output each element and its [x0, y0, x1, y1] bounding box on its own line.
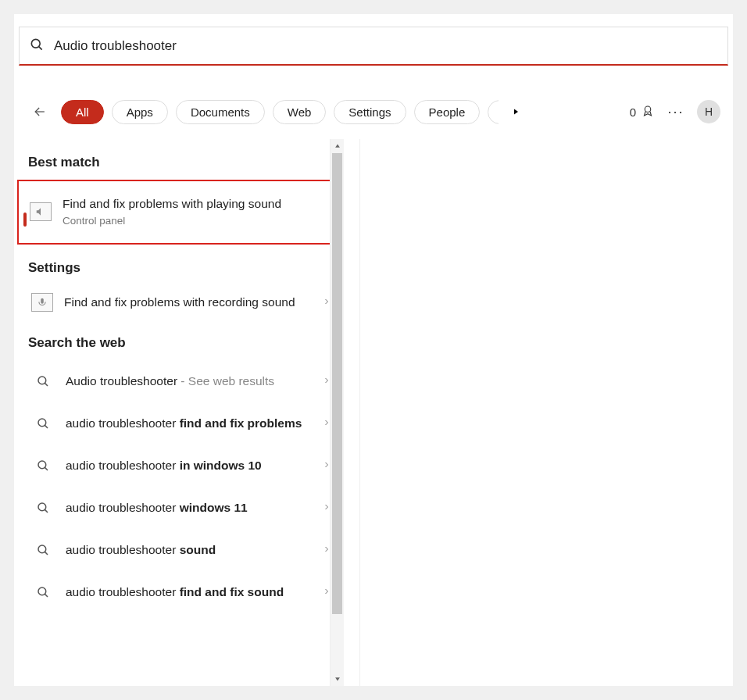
svg-line-7 — [45, 425, 48, 428]
search-icon — [31, 538, 55, 562]
web-result-text: audio troubleshooter sound — [66, 541, 311, 559]
filter-scroll-right[interactable] — [506, 107, 525, 116]
more-options-button[interactable]: ··· — [663, 98, 689, 125]
web-result[interactable]: audio troubleshooter find and fix sound — [28, 571, 342, 613]
section-web: Search the web — [28, 335, 342, 351]
web-result[interactable]: audio troubleshooter windows 11 — [28, 487, 342, 529]
selection-indicator — [23, 212, 27, 227]
search-icon — [31, 454, 55, 477]
filter-pill-all[interactable]: All — [61, 100, 104, 124]
section-best-match: Best match — [28, 155, 342, 170]
filter-pill-documents[interactable]: Documents — [176, 100, 265, 124]
web-result[interactable]: audio troubleshooter find and fix proble… — [28, 402, 342, 445]
rewards-points[interactable]: 0 — [630, 104, 655, 120]
filter-pill-apps[interactable]: Apps — [112, 100, 168, 124]
svg-point-8 — [38, 461, 46, 469]
svg-point-2 — [645, 106, 651, 112]
filter-row: AllAppsDocumentsWebSettingsPeopleFolde 0… — [19, 89, 728, 134]
svg-rect-3 — [41, 298, 44, 303]
search-icon — [31, 412, 55, 435]
svg-point-4 — [38, 377, 46, 384]
web-result[interactable]: audio troubleshooter sound — [28, 529, 342, 571]
svg-line-11 — [45, 509, 48, 512]
web-result-text: audio troubleshooter find and fix proble… — [66, 415, 311, 432]
svg-point-12 — [38, 545, 46, 553]
section-settings: Settings — [28, 260, 342, 276]
svg-line-9 — [45, 467, 48, 470]
web-result-text: audio troubleshooter find and fix sound — [66, 584, 311, 601]
svg-line-5 — [45, 383, 48, 386]
filter-pill-web[interactable]: Web — [273, 100, 327, 124]
search-icon — [31, 580, 55, 604]
svg-line-1 — [39, 46, 42, 49]
best-match-title: Find and fix problems with playing sound — [63, 197, 281, 210]
svg-point-0 — [31, 39, 40, 48]
filter-pill-settings[interactable]: Settings — [334, 100, 406, 124]
search-bar[interactable] — [19, 27, 728, 66]
search-icon — [31, 496, 55, 520]
preview-panel — [359, 139, 733, 686]
svg-point-6 — [38, 419, 46, 427]
web-result-text: audio troubleshooter windows 11 — [66, 499, 311, 516]
svg-point-10 — [38, 503, 46, 511]
svg-line-15 — [45, 594, 48, 597]
svg-line-13 — [45, 552, 48, 555]
web-result[interactable]: Audio troubleshooter - See web results — [28, 360, 342, 402]
search-icon — [29, 37, 45, 55]
filter-pill-people[interactable]: People — [414, 100, 481, 124]
web-result-text: audio troubleshooter in windows 10 — [66, 457, 311, 474]
results-panel: Best match Find and fix problems with pl… — [14, 139, 342, 686]
avatar[interactable]: H — [697, 100, 720, 123]
back-button[interactable] — [27, 98, 53, 125]
search-input[interactable] — [54, 38, 718, 54]
search-icon — [31, 370, 55, 393]
scroll-up-icon[interactable] — [331, 139, 344, 153]
web-result[interactable]: audio troubleshooter in windows 10 — [28, 445, 342, 487]
svg-point-14 — [38, 588, 46, 595]
best-match-subtitle: Control panel — [63, 214, 325, 229]
medal-icon — [641, 104, 655, 120]
avatar-letter: H — [705, 105, 713, 118]
best-match-result[interactable]: Find and fix problems with playing sound… — [17, 180, 334, 245]
speaker-troubleshoot-icon — [30, 202, 52, 221]
microphone-troubleshoot-icon — [31, 293, 53, 312]
settings-result-title: Find and fix problems with recording sou… — [64, 295, 295, 309]
settings-result[interactable]: Find and fix problems with recording sou… — [28, 285, 342, 320]
scrollbar[interactable] — [330, 139, 344, 686]
web-result-text: Audio troubleshooter - See web results — [66, 373, 311, 390]
scroll-down-icon[interactable] — [331, 672, 344, 686]
filter-pill-folders[interactable]: Folde — [488, 100, 499, 124]
scroll-thumb[interactable] — [332, 153, 342, 614]
points-value: 0 — [630, 105, 636, 119]
